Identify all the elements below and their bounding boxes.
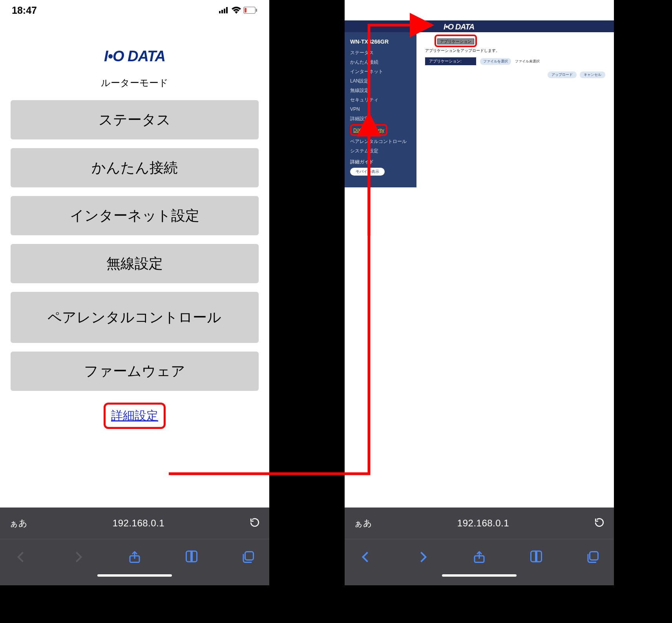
tabs-button[interactable] — [586, 550, 600, 564]
tabs-icon — [586, 550, 600, 564]
menu-internet[interactable]: インターネット設定 — [11, 196, 258, 235]
file-status-text: ファイル未選択 — [515, 59, 540, 64]
sidebar-item-internet[interactable]: インターネット — [350, 67, 411, 76]
svg-rect-1 — [221, 10, 223, 13]
back-button[interactable] — [359, 550, 373, 564]
sidebar-item-parental[interactable]: ペアレンタルコントロール — [350, 137, 411, 146]
menu-firmware[interactable]: ファームウェア — [11, 352, 258, 391]
text-size-button[interactable]: ぁあ — [354, 517, 372, 529]
svg-rect-3 — [226, 7, 228, 13]
share-button[interactable] — [472, 550, 486, 564]
brand-logo: I•O DATA — [104, 48, 165, 65]
main-content: アプリケーションをアップロードします。 アプリケーション: ファイルを選択 ファ… — [416, 32, 614, 187]
sidebar: WN-TX4266GR ステータス かんたん接続 インターネット LAN設定 無… — [345, 32, 416, 187]
browser-toolbar — [345, 539, 614, 574]
chevron-left-icon — [14, 550, 28, 564]
share-icon — [128, 550, 142, 564]
application-tab-highlight: アプリケーション — [435, 35, 477, 47]
share-icon — [472, 550, 486, 564]
desktop-admin-page: I•O DATA アプリケーション WN-TX4266GR ステータス かんたん… — [345, 20, 614, 508]
sidebar-item-system[interactable]: システム設定 — [350, 146, 411, 156]
svg-rect-10 — [590, 552, 598, 560]
status-icons — [219, 7, 257, 14]
wifi-icon — [232, 7, 241, 14]
menu-status[interactable]: ステータス — [11, 100, 258, 139]
mobile-view-button[interactable]: モバイル表示 — [350, 168, 385, 176]
sidebar-item-dixim[interactable]: DiXiM Security — [353, 128, 384, 133]
model-name: WN-TX4266GR — [350, 38, 411, 45]
address-bar[interactable]: ぁあ 192.168.0.1 — [0, 508, 269, 539]
cancel-button[interactable]: キャンセル — [580, 71, 605, 78]
status-bar: 18:47 — [0, 0, 269, 20]
mobile-menu-page: I•O DATA ルーターモード ステータス かんたん接続 インターネット設定 … — [0, 20, 269, 508]
reload-button[interactable] — [594, 517, 604, 529]
page-description: アプリケーションをアップロードします。 — [425, 48, 605, 53]
phone-left-screen: 18:47 I•O DATA ルーターモード ステータス かんたん接続 インター… — [0, 0, 269, 585]
svg-rect-6 — [245, 8, 247, 13]
mode-label: ルーターモード — [101, 77, 168, 89]
detail-settings-link[interactable]: 詳細設定 — [111, 409, 158, 422]
address-url[interactable]: 192.168.0.1 — [113, 518, 164, 529]
tabs-icon — [241, 550, 255, 564]
forward-button[interactable] — [71, 550, 85, 564]
forward-button[interactable] — [416, 550, 430, 564]
address-url[interactable]: 192.168.0.1 — [457, 518, 509, 529]
sidebar-item-lan[interactable]: LAN設定 — [350, 76, 411, 86]
dixim-highlight: DiXiM Security — [350, 124, 387, 136]
browser-chrome: ぁあ 192.168.0.1 — [0, 508, 269, 585]
book-icon — [529, 550, 543, 564]
upload-button[interactable]: アップロード — [548, 71, 577, 78]
application-field-label: アプリケーション: — [425, 57, 476, 65]
application-tab[interactable]: アプリケーション — [437, 38, 474, 44]
menu-wireless[interactable]: 無線設定 — [11, 244, 258, 283]
sidebar-item-vpn[interactable]: VPN — [350, 104, 411, 114]
chevron-right-icon — [416, 550, 430, 564]
bookmarks-button[interactable] — [529, 550, 543, 564]
tabs-button[interactable] — [241, 550, 255, 564]
home-indicator — [345, 574, 614, 585]
browser-chrome: ぁあ 192.168.0.1 — [345, 508, 614, 585]
desktop-header: I•O DATA — [345, 20, 614, 32]
brand-logo: I•O DATA — [444, 21, 474, 31]
reload-icon — [250, 517, 260, 528]
status-bar — [345, 0, 614, 20]
book-icon — [184, 550, 199, 564]
sidebar-item-detail[interactable]: 詳細設定 — [350, 114, 411, 123]
sidebar-item-wireless[interactable]: 無線設定 — [350, 86, 411, 95]
menu-parental[interactable]: ペアレンタルコントロール — [11, 292, 258, 343]
status-time: 18:47 — [12, 5, 37, 16]
phone-right-screen: I•O DATA アプリケーション WN-TX4266GR ステータス かんたん… — [345, 0, 614, 585]
svg-rect-5 — [256, 9, 257, 12]
chevron-left-icon — [359, 550, 373, 564]
menu-easy-connect[interactable]: かんたん接続 — [11, 148, 258, 187]
text-size-button[interactable]: ぁあ — [9, 517, 27, 529]
chevron-right-icon — [71, 550, 85, 564]
reload-icon — [594, 517, 604, 528]
sidebar-item-security[interactable]: セキュリティ — [350, 95, 411, 104]
svg-rect-2 — [224, 9, 225, 13]
reload-button[interactable] — [250, 517, 260, 529]
detail-settings-highlight: 詳細設定 — [104, 403, 166, 429]
svg-rect-8 — [245, 552, 254, 560]
bookmarks-button[interactable] — [184, 550, 199, 564]
main-menu: ステータス かんたん接続 インターネット設定 無線設定 ペアレンタルコントロール… — [11, 100, 258, 391]
sidebar-item-easy-connect[interactable]: かんたん接続 — [350, 57, 411, 67]
cellular-icon — [219, 7, 229, 13]
svg-rect-0 — [219, 11, 221, 13]
back-button[interactable] — [14, 550, 28, 564]
sidebar-guide-label: 詳細ガイド — [350, 159, 411, 165]
file-select-button[interactable]: ファイルを選択 — [480, 58, 511, 65]
browser-toolbar — [0, 539, 269, 574]
address-bar[interactable]: ぁあ 192.168.0.1 — [345, 508, 614, 539]
share-button[interactable] — [128, 550, 142, 564]
home-indicator — [0, 574, 269, 585]
sidebar-item-status[interactable]: ステータス — [350, 48, 411, 57]
battery-low-icon — [243, 7, 257, 14]
